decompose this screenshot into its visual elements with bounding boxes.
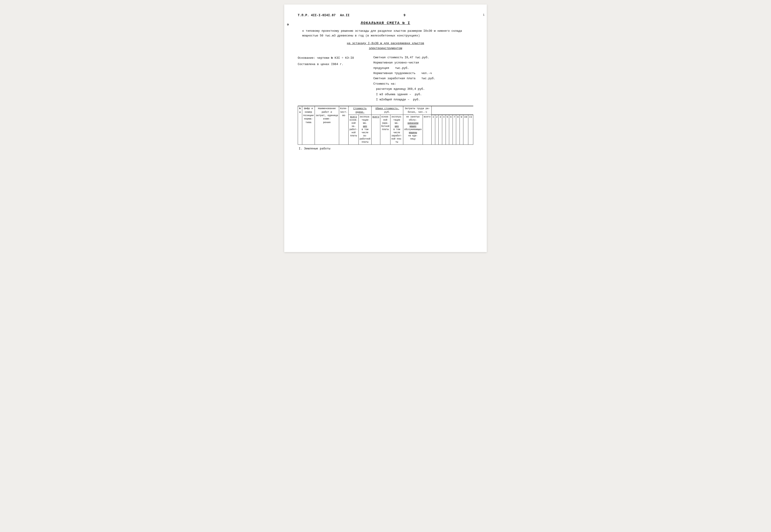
right-margin-mark: 1 — [483, 14, 485, 17]
cost-m2-unit: руб. — [413, 97, 420, 102]
th-total-cost: Общая стоимость, руб. — [372, 106, 403, 115]
idx-4: 4 — [442, 115, 446, 145]
idx-3: 3 — [439, 115, 442, 145]
smet-cost-row: Сметная стоимость I8,47 тыс.руб. — [373, 55, 473, 60]
compiled-label: Составлена в ценах I984 г. — [298, 61, 364, 68]
title-section: ЛОКАЛЬНАЯ СМЕТА № I — [298, 21, 473, 25]
idx-5: 5 — [446, 115, 449, 145]
th-total-all: всего — [372, 115, 380, 145]
norm-clean-sub: продукция — [373, 65, 389, 71]
info-left: Основание: чертежи № КЭI ÷ КЭ-I0 Составл… — [298, 55, 364, 102]
subtitle-text: к типовому проектному решению эстакады д… — [302, 29, 469, 38]
cost-m2-row: I м2общей площади – руб. — [373, 97, 473, 102]
estimate-table: №ш Шифр и номер позиции норма- тива Наим… — [298, 106, 473, 196]
th-name: Наименование работ и затрат, единица изм… — [315, 106, 339, 144]
idx-10: I0 — [463, 115, 468, 145]
doc-series: Ал.II — [340, 14, 349, 17]
th-qty: Коли- чест- во — [339, 106, 348, 144]
norm-clean-row: Нормативная условно-чистая — [373, 60, 473, 65]
header-left: Т.П.Р. 4II-I-0I4I.87 Ал.II — [298, 14, 349, 17]
cost-m2-label: I м2общей площади – — [376, 97, 409, 102]
cost-unit-value: 369,4 руб. — [407, 86, 425, 92]
cost-unit-row: расчетную единицу 369,4 руб. — [373, 86, 473, 92]
cost-m3-row: I м3 объема здания – руб. — [373, 92, 473, 97]
cost-m3-unit: руб. — [415, 92, 422, 97]
left-margin-mark: ə — [287, 23, 289, 26]
idx-8: 8 — [456, 115, 460, 145]
section-heading-row: I. Земляные работы — [298, 145, 473, 151]
smet-cost-value: I8,47 тыс.руб. — [405, 55, 429, 60]
norm-labor-label: Нормативная трудоемкость — [373, 71, 415, 76]
subtitle-line1: на эстакаду I,8х30 м для раскряжевки хлы… — [298, 41, 473, 46]
th-total-base: основ-нойзара-ботнойплаты — [380, 115, 390, 145]
subtitle-center: на эстакаду I,8х30 м для раскряжевки хлы… — [298, 41, 473, 51]
norm-clean-label: Нормативная условно-чистая — [373, 60, 419, 65]
basis-label: Основание: чертежи № КЭI ÷ КЭ-I0 — [298, 55, 364, 61]
info-grid: Основание: чертежи № КЭI ÷ КЭ-I0 Составл… — [298, 55, 473, 102]
cost-m3-label: I м3 объема здания – — [376, 92, 411, 97]
empty-row-1 — [298, 151, 473, 196]
th-num: №ш — [298, 106, 302, 144]
norm-clean-sub-row: продукция тыс.руб. — [373, 65, 473, 71]
idx-6: 6 — [449, 115, 453, 145]
idx-11: II — [468, 115, 473, 145]
page-number: 9 — [404, 14, 406, 17]
norm-labor-unit: чел.-ч — [421, 71, 432, 76]
norm-clean-unit: тыс.руб. — [395, 65, 409, 71]
th-labor-total: всего — [423, 115, 432, 145]
subtitle-line2: электроинструментом — [298, 46, 473, 51]
th-unit-total: всего основ-ной за-работ-нойплаты — [349, 115, 359, 145]
table-header: №ш Шифр и номер позиции норма- тива Наим… — [298, 106, 473, 144]
info-right: Сметная стоимость I8,47 тыс.руб. Нормати… — [373, 55, 473, 102]
idx-2: 2 — [435, 115, 439, 145]
cost-unit-label: расчетную единицу — [376, 86, 406, 92]
idx-7: 7 — [453, 115, 456, 145]
section-label: I. Земляные работы — [298, 145, 432, 151]
table-header-row1: №ш Шифр и номер позиции норма- тива Наим… — [298, 106, 473, 115]
idx-1: I — [432, 115, 435, 145]
document-page: ə 1 Т.П.Р. 4II-I-0I4I.87 Ал.II 9 ЛОКАЛЬН… — [284, 5, 487, 252]
cost-label: Стоимость на: — [373, 81, 473, 86]
th-unit-exp: эксплуа-тации ма-шинв томчисле за-работн… — [359, 115, 372, 145]
idx-9: 9 — [460, 115, 463, 145]
th-labor: Затраты труда ра- бочих, чел.-ч — [403, 106, 432, 115]
th-total-exp: эксплуа-тации ма-шинв томчислезаработ-но… — [390, 115, 403, 145]
th-labor-ne: не занятых обслу-живанием машинобслужива… — [403, 115, 423, 145]
doc-ref: Т.П.Р. 4II-I-0I4I.87 — [298, 14, 336, 17]
document-header: Т.П.Р. 4II-I-0I4I.87 Ал.II 9 — [298, 14, 473, 17]
th-code: Шифр и номер позиции норма- тива — [302, 106, 315, 144]
document-title: ЛОКАЛЬНАЯ СМЕТА № I — [298, 21, 473, 25]
norm-labor-row: Нормативная трудоемкость чел.-ч — [373, 71, 473, 76]
th-unit-cost: Стоимость едини- — [349, 106, 372, 115]
smet-salary-unit: тыс.руб. — [421, 76, 435, 81]
smet-salary-row: Сметная заработная плата тыс.руб. — [373, 76, 473, 81]
table-body: I. Земляные работы — [298, 145, 473, 196]
smet-cost-label: Сметная стоимость — [373, 55, 403, 60]
smet-salary-label: Сметная заработная плата — [373, 76, 415, 81]
